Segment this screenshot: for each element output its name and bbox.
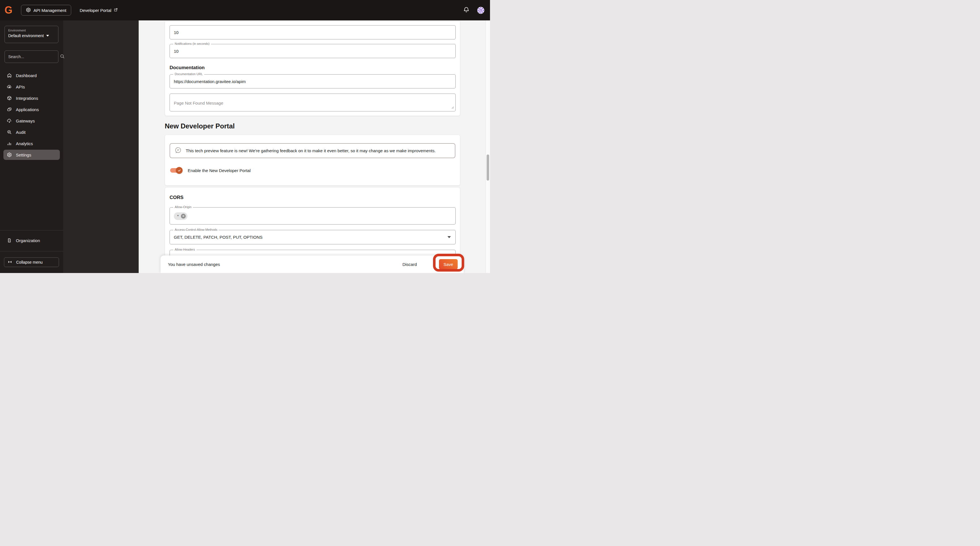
scrollbar-track[interactable] bbox=[485, 21, 490, 273]
app-window: G API Management Developer Portal bbox=[0, 0, 490, 273]
sidebar-divider bbox=[0, 230, 63, 230]
documentation-url-label: Documentation URL bbox=[173, 72, 204, 76]
allow-origin-label: Allow-Origin bbox=[173, 205, 193, 209]
scrollbar-thumb[interactable] bbox=[487, 154, 489, 181]
page-not-found-field bbox=[170, 94, 456, 111]
enable-portal-label: Enable the New Developer Portal bbox=[188, 168, 251, 173]
feedback-bubble-icon bbox=[175, 146, 182, 155]
external-link-icon bbox=[114, 8, 118, 13]
environment-selector[interactable]: Environment Default environment bbox=[5, 26, 59, 43]
developer-portal-label: Developer Portal bbox=[80, 8, 111, 13]
allow-methods-label: Access-Control-Allow-Methods bbox=[173, 228, 219, 231]
toggle-thumb-check-icon bbox=[176, 167, 183, 174]
page-not-found-textarea[interactable] bbox=[170, 94, 455, 111]
sidebar-item-label: Integrations bbox=[16, 96, 38, 101]
environment-value: Default environment bbox=[8, 33, 44, 38]
gravitee-logo[interactable]: G bbox=[5, 5, 14, 16]
remove-chip-icon[interactable]: ✕ bbox=[181, 214, 186, 219]
save-button[interactable]: Save bbox=[439, 259, 458, 269]
allow-methods-select[interactable]: Access-Control-Allow-Methods GET, DELETE… bbox=[170, 230, 456, 244]
sidebar-search[interactable] bbox=[5, 51, 59, 63]
collapse-menu-button[interactable]: Collapse menu bbox=[4, 257, 59, 267]
new-developer-portal-card: This tech preview feature is new! We're … bbox=[165, 135, 460, 186]
tasks-field bbox=[170, 25, 456, 40]
discard-button[interactable]: Discard bbox=[402, 262, 417, 267]
search-icon bbox=[60, 54, 65, 60]
sidebar-item-label: Dashboard bbox=[16, 73, 37, 78]
sidebar-item-label: Settings bbox=[16, 152, 31, 157]
user-avatar[interactable] bbox=[477, 7, 484, 14]
notifications-input[interactable] bbox=[170, 44, 455, 58]
select-caret-icon bbox=[447, 236, 451, 238]
collapse-icon bbox=[8, 260, 12, 265]
sidebar-item-applications[interactable]: Applications bbox=[3, 104, 60, 114]
sidebar-item-label: Organization bbox=[16, 238, 40, 243]
settings-card-general: Notifications (in seconds) Documentation… bbox=[165, 21, 460, 116]
sidebar-item-label: Applications bbox=[16, 107, 39, 112]
sidebar-item-audit[interactable]: Audit bbox=[3, 127, 60, 137]
tech-preview-text: This tech preview feature is new! We're … bbox=[186, 148, 436, 153]
new-developer-portal-heading: New Developer Portal bbox=[165, 122, 235, 130]
developer-portal-link[interactable]: Developer Portal bbox=[80, 8, 118, 13]
app-switcher-label: API Management bbox=[33, 8, 66, 13]
sidebar-menu: Dashboard APIs Integrations Applications bbox=[3, 70, 60, 161]
documentation-heading: Documentation bbox=[170, 65, 205, 71]
sidebar-item-label: Audit bbox=[16, 130, 25, 135]
search-input[interactable] bbox=[8, 54, 60, 59]
tech-preview-banner: This tech preview feature is new! We're … bbox=[170, 143, 455, 158]
chevron-down-icon bbox=[46, 35, 49, 37]
allow-origin-field[interactable]: Allow-Origin * ✕ bbox=[170, 207, 456, 225]
sidebar-item-apis[interactable]: APIs bbox=[3, 82, 60, 92]
enable-portal-row: Enable the New Developer Portal bbox=[170, 167, 251, 174]
collapse-menu-label: Collapse menu bbox=[16, 260, 43, 265]
settings-content: Notifications (in seconds) Documentation… bbox=[138, 21, 485, 273]
sidebar-item-organization[interactable]: Organization bbox=[3, 235, 60, 247]
documentation-url-field: Documentation URL bbox=[170, 74, 456, 89]
origin-chip[interactable]: * ✕ bbox=[174, 212, 188, 220]
origin-chip-value: * bbox=[177, 214, 179, 218]
sidebar-item-label: Analytics bbox=[16, 141, 33, 146]
gear-icon bbox=[26, 7, 31, 13]
settings-subpanel bbox=[63, 21, 138, 273]
sidebar-item-label: APIs bbox=[16, 84, 25, 89]
allow-headers-label: Allow-Headers bbox=[173, 248, 197, 251]
top-bar-actions bbox=[463, 0, 484, 21]
notifications-field: Notifications (in seconds) bbox=[170, 44, 456, 58]
sidebar-item-analytics[interactable]: Analytics bbox=[3, 138, 60, 149]
allow-methods-value: GET, DELETE, PATCH, POST, PUT, OPTIONS bbox=[174, 235, 262, 240]
app-switcher-button[interactable]: API Management bbox=[21, 5, 71, 16]
documentation-url-input[interactable] bbox=[170, 75, 455, 88]
tasks-input[interactable] bbox=[170, 25, 455, 39]
sidebar-item-dashboard[interactable]: Dashboard bbox=[3, 70, 60, 81]
enable-portal-toggle[interactable] bbox=[170, 167, 181, 174]
sidebar-item-integrations[interactable]: Integrations bbox=[3, 93, 60, 103]
top-bar: G API Management Developer Portal bbox=[0, 0, 490, 21]
unsaved-changes-bar: You have unsaved changes Discard Save bbox=[161, 256, 464, 273]
sidebar-item-label: Gateways bbox=[16, 119, 35, 123]
environment-label: Environment bbox=[8, 29, 55, 32]
resize-handle-icon[interactable] bbox=[452, 105, 454, 110]
sidebar-item-settings[interactable]: Settings bbox=[3, 150, 60, 160]
unsaved-changes-text: You have unsaved changes bbox=[168, 262, 220, 267]
notifications-field-label: Notifications (in seconds) bbox=[173, 42, 211, 45]
cors-heading: CORS bbox=[170, 195, 183, 200]
notifications-bell-icon[interactable] bbox=[463, 6, 470, 14]
sidebar: Environment Default environment Dashboar… bbox=[0, 21, 63, 273]
sidebar-item-gateways[interactable]: Gateways bbox=[3, 116, 60, 126]
